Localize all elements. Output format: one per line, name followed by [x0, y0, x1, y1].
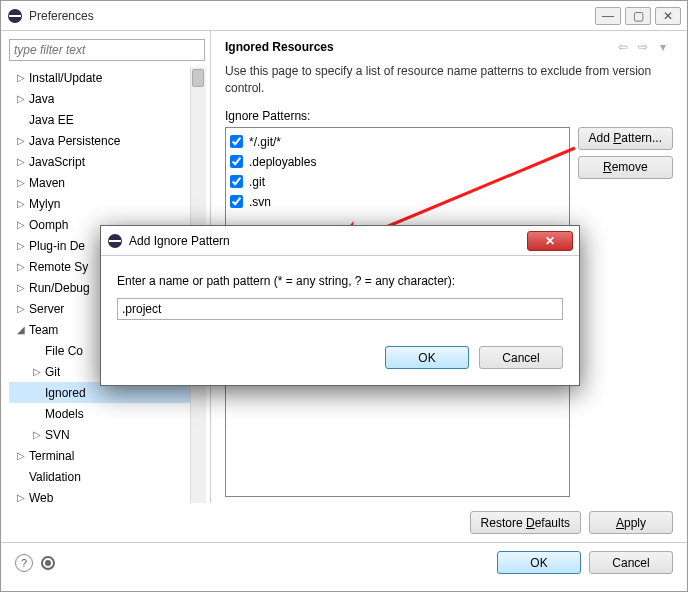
content-header: Ignored Resources ⇦ ⇨ ▾: [225, 39, 673, 55]
list-buttons: Add Pattern... Remove: [578, 127, 673, 503]
pattern-text: .svn: [249, 195, 271, 209]
pattern-text: .git: [249, 175, 265, 189]
tree-item-label: Java EE: [29, 113, 74, 127]
tree-expander-icon[interactable]: ▷: [15, 177, 27, 189]
tree-item-label: Java: [29, 92, 54, 106]
modal-ok-button[interactable]: OK: [385, 346, 469, 369]
tree-item-label: Ignored: [45, 386, 86, 400]
eclipse-icon: [107, 233, 123, 249]
add-pattern-dialog: Add Ignore Pattern ✕ Enter a name or pat…: [100, 225, 580, 386]
pattern-input[interactable]: [117, 298, 563, 320]
pattern-row[interactable]: .svn: [230, 192, 565, 212]
tree-item-java-ee[interactable]: ▷Java EE: [9, 109, 206, 130]
tree-item-install-update[interactable]: ▷Install/Update: [9, 67, 206, 88]
modal-titlebar[interactable]: Add Ignore Pattern ✕: [101, 226, 579, 256]
pattern-checkbox[interactable]: [230, 135, 243, 148]
dialog-buttons-row: ? OK Cancel: [1, 542, 687, 582]
tree-expander-icon[interactable]: ▷: [15, 450, 27, 462]
tree-item-javascript[interactable]: ▷JavaScript: [9, 151, 206, 172]
tree-item-label: Remote Sy: [29, 260, 88, 274]
tree-expander-icon[interactable]: ◢: [15, 324, 27, 336]
modal-body: Enter a name or path pattern (* = any st…: [101, 256, 579, 332]
nav-menu-icon[interactable]: ▾: [653, 39, 673, 55]
tree-item-maven[interactable]: ▷Maven: [9, 172, 206, 193]
minimize-button[interactable]: —: [595, 7, 621, 25]
tree-item-label: Install/Update: [29, 71, 102, 85]
list-label: Ignore Patterns:: [225, 109, 673, 123]
tree-item-label: Validation: [29, 470, 81, 484]
svg-rect-1: [9, 15, 21, 17]
tree-expander-icon[interactable]: ▷: [15, 93, 27, 105]
tree-item-models[interactable]: ▷Models: [9, 403, 206, 424]
tree-item-validation[interactable]: ▷Validation: [9, 466, 206, 487]
help-icon[interactable]: ?: [15, 554, 33, 572]
modal-title: Add Ignore Pattern: [129, 234, 527, 248]
tree-item-label: JavaScript: [29, 155, 85, 169]
tree-item-java-persistence[interactable]: ▷Java Persistence: [9, 130, 206, 151]
tree-item-label: Mylyn: [29, 197, 60, 211]
modal-prompt: Enter a name or path pattern (* = any st…: [117, 274, 563, 288]
pattern-checkbox[interactable]: [230, 195, 243, 208]
tree-expander-icon[interactable]: ▷: [15, 261, 27, 273]
close-button[interactable]: ✕: [655, 7, 681, 25]
page-title: Ignored Resources: [225, 40, 613, 54]
tree-expander-icon[interactable]: ▷: [15, 240, 27, 252]
page-buttons-row: Restore Defaults Apply: [1, 503, 687, 542]
modal-cancel-button[interactable]: Cancel: [479, 346, 563, 369]
modal-close-button[interactable]: ✕: [527, 231, 573, 251]
ok-button[interactable]: OK: [497, 551, 581, 574]
tree-item-label: Run/Debug: [29, 281, 90, 295]
tree-item-label: Terminal: [29, 449, 74, 463]
tree-expander-icon[interactable]: ▷: [15, 282, 27, 294]
add-pattern-button[interactable]: Add Pattern...: [578, 127, 673, 150]
apply-button[interactable]: Apply: [589, 511, 673, 534]
tree-item-java[interactable]: ▷Java: [9, 88, 206, 109]
pattern-row[interactable]: */.git/*: [230, 132, 565, 152]
tree-item-label: Plug-in De: [29, 239, 85, 253]
cancel-button[interactable]: Cancel: [589, 551, 673, 574]
tree-item-label: File Co: [45, 344, 83, 358]
tree-item-web[interactable]: ▷Web: [9, 487, 206, 503]
tree-item-label: Git: [45, 365, 60, 379]
tree-expander-icon[interactable]: ▷: [15, 303, 27, 315]
main-titlebar[interactable]: Preferences — ▢ ✕: [1, 1, 687, 31]
tree-item-label: Maven: [29, 176, 65, 190]
main-title: Preferences: [29, 9, 595, 23]
tree-expander-icon[interactable]: ▷: [15, 198, 27, 210]
tree-expander-icon[interactable]: ▷: [15, 492, 27, 504]
pattern-text: .deployables: [249, 155, 316, 169]
remove-button[interactable]: Remove: [578, 156, 673, 179]
nav-back-icon[interactable]: ⇦: [613, 39, 633, 55]
tree-expander-icon[interactable]: ▷: [31, 366, 43, 378]
nav-forward-icon[interactable]: ⇨: [633, 39, 653, 55]
window-buttons: — ▢ ✕: [595, 7, 681, 25]
restore-defaults-button[interactable]: Restore Defaults: [470, 511, 581, 534]
pattern-checkbox[interactable]: [230, 155, 243, 168]
maximize-button[interactable]: ▢: [625, 7, 651, 25]
eclipse-icon: [7, 8, 23, 24]
pattern-row[interactable]: .git: [230, 172, 565, 192]
tree-scrollbar-thumb[interactable]: [192, 69, 204, 87]
tree-expander-icon[interactable]: ▷: [15, 72, 27, 84]
pattern-row[interactable]: .deployables: [230, 152, 565, 172]
tree-item-label: SVN: [45, 428, 70, 442]
page-description: Use this page to specify a list of resou…: [225, 63, 673, 97]
tree-item-label: Server: [29, 302, 64, 316]
tree-expander-icon[interactable]: ▷: [15, 219, 27, 231]
tree-item-svn[interactable]: ▷SVN: [9, 424, 206, 445]
tree-item-label: Team: [29, 323, 58, 337]
modal-footer: OK Cancel: [101, 332, 579, 385]
tree-item-label: Models: [45, 407, 84, 421]
svg-rect-4: [109, 240, 121, 242]
pattern-text: */.git/*: [249, 135, 281, 149]
tree-item-mylyn[interactable]: ▷Mylyn: [9, 193, 206, 214]
settings-scope-icon[interactable]: [41, 556, 55, 570]
tree-item-label: Web: [29, 491, 53, 504]
tree-item-label: Java Persistence: [29, 134, 120, 148]
tree-expander-icon[interactable]: ▷: [15, 135, 27, 147]
filter-input[interactable]: [9, 39, 205, 61]
pattern-checkbox[interactable]: [230, 175, 243, 188]
tree-item-terminal[interactable]: ▷Terminal: [9, 445, 206, 466]
tree-expander-icon[interactable]: ▷: [31, 429, 43, 441]
tree-expander-icon[interactable]: ▷: [15, 156, 27, 168]
